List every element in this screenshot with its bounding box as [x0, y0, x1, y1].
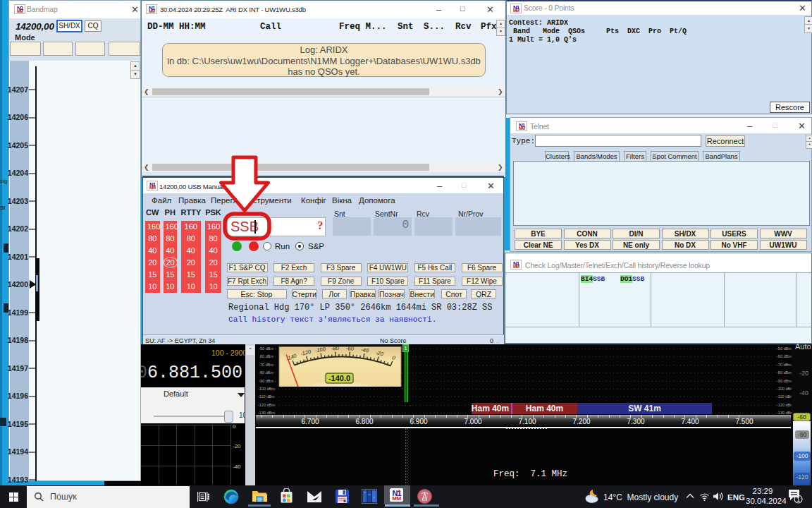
- svg-text:-80: -80: [331, 344, 340, 351]
- svg-text:-140.0: -140.0: [328, 374, 350, 382]
- svg-text:-60: -60: [346, 345, 355, 352]
- svg-text:1: 1: [796, 496, 800, 503]
